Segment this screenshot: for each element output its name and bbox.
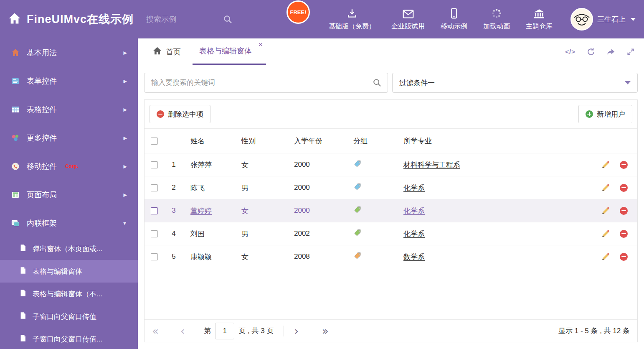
brand[interactable]: FineUIMvc在线示例 xyxy=(8,12,134,27)
sidebar-item-mobile-controls[interactable]: 移动控件 Corp. ▶ xyxy=(0,152,138,181)
row-checkbox[interactable] xyxy=(151,207,158,214)
sidebar-subitem-label: 弹出窗体（本页面或... xyxy=(33,244,102,254)
chevron-right-icon: ▶ xyxy=(124,164,127,169)
cell-name: 张萍萍 xyxy=(183,160,234,170)
envelope-icon xyxy=(403,8,414,19)
delete-row-icon[interactable] xyxy=(620,253,628,261)
layout-icon xyxy=(11,191,20,199)
first-page-icon[interactable]: « xyxy=(152,326,159,336)
next-page-icon[interactable]: › xyxy=(294,326,298,336)
row-checkbox[interactable] xyxy=(151,161,158,168)
table-row-selected: 3 董婷婷 女 2000 化学系 xyxy=(145,199,637,222)
row-index: 1 xyxy=(165,160,183,169)
row-actions xyxy=(591,252,637,261)
user-name: 三生石上 xyxy=(597,15,626,24)
edit-icon[interactable] xyxy=(601,183,610,192)
sidebar-item-more-controls[interactable]: 更多控件 ▶ xyxy=(0,124,138,152)
cell-gender: 女 xyxy=(234,252,287,262)
share-icon[interactable] xyxy=(606,47,616,56)
home-tab-icon xyxy=(153,47,162,57)
nav-enterprise-trial[interactable]: 企业版试用 xyxy=(383,8,433,31)
tab-actions: </> xyxy=(565,38,644,65)
sidebar-subitem-grid-edit-window-2[interactable]: 表格与编辑窗体（不... xyxy=(0,283,138,305)
row-index: 3 xyxy=(165,206,183,215)
source-code-icon[interactable]: </> xyxy=(565,48,576,55)
tab-home[interactable]: 首页 xyxy=(146,38,188,65)
download-icon xyxy=(347,8,357,19)
cell-year: 2002 xyxy=(287,229,346,238)
dropdown-caret-icon xyxy=(625,81,631,84)
sidebar-item-label: 内联框架 xyxy=(27,218,57,228)
row-checkbox[interactable] xyxy=(151,230,158,237)
tab-grid-edit-window[interactable]: 表格与编辑窗体 × xyxy=(193,38,266,65)
select-all-checkbox[interactable] xyxy=(151,138,158,145)
corp-badge: Corp. xyxy=(65,163,78,169)
keyword-search-input[interactable] xyxy=(150,78,373,87)
fullscreen-icon[interactable] xyxy=(626,48,635,56)
user-menu[interactable]: 三生石上 xyxy=(565,8,636,31)
header-nav: 基础版（免费） 企业版试用 移动示例 加载动画 主题仓库 xyxy=(321,8,560,31)
chevron-right-icon: ▶ xyxy=(124,79,127,84)
sidebar-subitem-child-to-parent-2[interactable]: 子窗口向父窗口传值... xyxy=(0,328,138,349)
sidebar-item-label: 基本用法 xyxy=(27,48,57,58)
delete-row-icon[interactable] xyxy=(620,161,628,169)
last-page-icon[interactable]: » xyxy=(322,326,329,336)
sidebar-item-basic-usage[interactable]: 基本用法 ▶ xyxy=(0,38,138,67)
pager-divider xyxy=(284,326,284,336)
row-checkbox[interactable] xyxy=(151,184,158,191)
form-icon xyxy=(11,77,20,85)
delete-row-icon[interactable] xyxy=(620,230,628,238)
tag-icon xyxy=(346,252,396,262)
nav-basic-free[interactable]: 基础版（免费） xyxy=(321,8,383,31)
sidebar-item-table-controls[interactable]: 表格控件 ▶ xyxy=(0,95,138,124)
sidebar-subitem-child-to-parent[interactable]: 子窗口向父窗口传值 xyxy=(0,305,138,328)
filter-dropdown[interactable]: 过滤条件一 xyxy=(392,73,638,93)
major-link[interactable]: 化学系 xyxy=(403,207,425,215)
sidebar-item-iframe[interactable]: 内联框架 ▼ xyxy=(0,209,138,237)
header-search-input[interactable] xyxy=(145,15,212,24)
nav-label: 主题仓库 xyxy=(526,22,553,31)
sidebar-item-form-controls[interactable]: 表单控件 ▶ xyxy=(0,67,138,95)
row-checkbox[interactable] xyxy=(151,253,158,260)
major-link[interactable]: 化学系 xyxy=(403,230,425,238)
chevron-right-icon: ▶ xyxy=(124,107,127,112)
refresh-icon[interactable] xyxy=(586,47,596,56)
tab-label: 表格与编辑窗体 xyxy=(199,46,252,56)
sidebar-subitem-popup-window[interactable]: 弹出窗体（本页面或... xyxy=(0,237,138,260)
home-icon xyxy=(11,48,20,57)
sidebar-subitem-grid-edit-window[interactable]: 表格与编辑窗体 xyxy=(0,260,138,283)
table-icon xyxy=(11,105,20,114)
prev-page-icon[interactable]: ‹ xyxy=(180,326,185,336)
page-number-input[interactable] xyxy=(215,323,234,339)
delete-row-icon[interactable] xyxy=(620,184,628,192)
chevron-right-icon: ▶ xyxy=(124,192,127,198)
delete-selected-button[interactable]: 删除选中项 xyxy=(150,105,210,123)
column-header-year: 入学年份 xyxy=(287,136,346,146)
sidebar-item-label: 移动控件 xyxy=(27,161,57,171)
delete-row-icon[interactable] xyxy=(620,207,628,215)
tag-icon xyxy=(346,206,396,216)
edit-icon[interactable] xyxy=(601,206,610,215)
sidebar-item-page-layout[interactable]: 页面布局 ▶ xyxy=(0,181,138,209)
minus-circle-icon xyxy=(157,110,164,118)
major-link[interactable]: 数学系 xyxy=(403,253,425,261)
nav-mobile-demo[interactable]: 移动示例 xyxy=(433,8,475,31)
edit-icon[interactable] xyxy=(601,252,610,261)
plus-circle-icon xyxy=(586,110,593,118)
file-icon xyxy=(19,289,27,299)
edit-icon[interactable] xyxy=(601,229,610,238)
search-icon[interactable] xyxy=(373,78,382,87)
close-tab-icon[interactable]: × xyxy=(259,41,263,48)
add-user-button[interactable]: 新增用户 xyxy=(578,105,632,123)
main-content: 首页 表格与编辑窗体 × </> xyxy=(138,38,644,349)
cell-year: 2000 xyxy=(287,160,346,169)
mobile-icon xyxy=(451,8,457,19)
major-link[interactable]: 化学系 xyxy=(403,184,425,192)
edit-icon[interactable] xyxy=(601,160,610,169)
major-link[interactable]: 材料科学与工程系 xyxy=(403,161,460,169)
table-row: 2 陈飞 男 2000 化学系 xyxy=(145,176,637,199)
nav-loading-animations[interactable]: 加载动画 xyxy=(475,8,518,31)
search-icon[interactable] xyxy=(223,15,233,24)
nav-theme-repo[interactable]: 主题仓库 xyxy=(518,8,560,31)
cell-gender: 女 xyxy=(234,206,287,216)
